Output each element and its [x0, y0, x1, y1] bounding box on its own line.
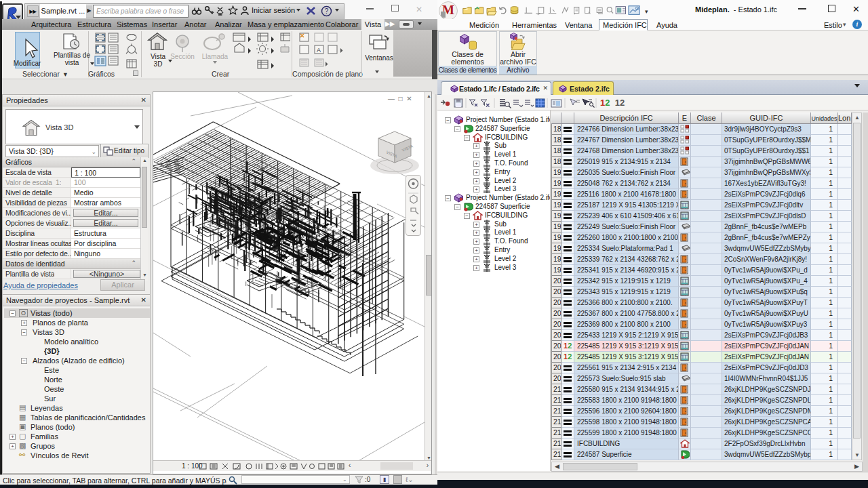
svg-text:?: ?	[325, 7, 329, 15]
svg-text:A: A	[317, 47, 321, 54]
